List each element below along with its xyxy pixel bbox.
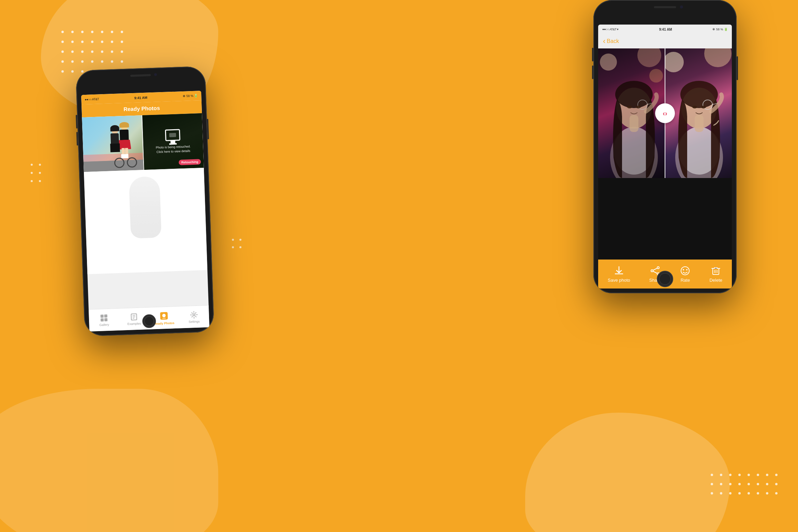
phone-left: ●●○○ AT&T 9:41 AM ✻ 58 % 🔋 Ready Photos (76, 66, 215, 337)
delete-label: Delete (709, 278, 722, 283)
photo-cell-bike[interactable] (82, 115, 143, 172)
photo-retouched-half (665, 48, 732, 178)
front-camera (154, 73, 157, 76)
svg-rect-1 (104, 314, 107, 317)
nav-examples-label: Examples (128, 322, 141, 325)
dot-grid-bottom-right (711, 474, 778, 494)
volume-down-button[interactable] (76, 132, 78, 146)
ready-photos-icon (159, 311, 169, 321)
status-bar-right: ●●○○ AT&T ▾ 9:41 AM ✻ 58 % 🔋 (598, 25, 732, 34)
svg-point-23 (636, 106, 641, 108)
save-photo-label: Save photo (608, 278, 630, 283)
comparison-handle[interactable]: ‹ › (655, 103, 675, 123)
nav-settings-label: Settings (189, 320, 200, 323)
examples-icon (130, 312, 138, 321)
photo-cell-retouching[interactable]: Photo is being retouched. Click here to … (142, 113, 204, 170)
svg-rect-3 (104, 318, 107, 321)
nav-gallery-label: Gallery (99, 323, 109, 326)
time-left: 9:41 AM (134, 95, 147, 100)
svg-point-42 (686, 269, 688, 270)
girl-portrait-retouched (665, 48, 732, 178)
svg-rect-0 (101, 314, 104, 317)
time-right: 9:41 AM (659, 28, 672, 31)
handle-right-arrow: › (665, 110, 667, 117)
carrier-left: ●●○○ AT&T (85, 98, 99, 101)
svg-point-24 (665, 52, 684, 72)
svg-line-39 (653, 271, 657, 273)
svg-point-33 (692, 106, 697, 108)
battery-right: ✻ 58 % 🔋 (712, 28, 728, 31)
svg-line-38 (653, 268, 657, 270)
front-camera-right (680, 5, 683, 9)
carrier-right: ●●○○ AT&T ▾ (602, 28, 619, 31)
svg-rect-2 (101, 318, 104, 321)
svg-point-25 (704, 48, 732, 67)
battery-left: ✻ 58 % 🔋 (183, 94, 198, 98)
volume-down-button-right[interactable] (592, 65, 593, 79)
svg-point-22 (627, 106, 632, 108)
phone-right-screen: ●●○○ AT&T ▾ 9:41 AM ✻ 58 % 🔋 ‹ Back (598, 25, 732, 289)
nav-ready-photos-label: Ready Photos (154, 321, 174, 325)
phone-left-screen: ●●○○ AT&T 9:41 AM ✻ 58 % 🔋 Ready Photos (81, 91, 209, 331)
svg-point-13 (637, 48, 661, 67)
svg-point-41 (683, 269, 684, 270)
svg-point-34 (701, 106, 706, 108)
power-button[interactable] (207, 119, 209, 139)
speaker (130, 74, 151, 77)
svg-point-12 (600, 54, 617, 71)
delete-button[interactable]: Delete (709, 266, 722, 283)
home-button-inner-left (144, 316, 154, 326)
gallery-icon (100, 313, 108, 322)
volume-up-button[interactable] (76, 115, 77, 129)
handle-left-arrow: ‹ (663, 110, 665, 117)
rate-label: Rate (681, 278, 690, 283)
svg-point-35 (657, 267, 659, 269)
back-button-area[interactable]: ‹ Back (598, 34, 732, 48)
dot-grid-left-mid (31, 164, 41, 182)
volume-up-button-right[interactable] (592, 48, 593, 61)
header-title: Ready Photos (123, 105, 160, 113)
save-photo-icon (614, 266, 624, 276)
home-button-inner-right (659, 273, 671, 285)
svg-point-36 (651, 270, 653, 272)
delete-icon (711, 266, 721, 276)
retouching-badge: Retouching (178, 159, 201, 165)
background-blob-3 (525, 413, 730, 532)
background-blob-2 (0, 389, 218, 532)
svg-point-11 (193, 314, 195, 316)
rate-icon (680, 266, 690, 276)
power-button-right[interactable] (737, 56, 738, 80)
rate-button[interactable]: Rate (680, 266, 690, 283)
photo-grid: Photo is being retouched. Click here to … (82, 113, 204, 172)
photo-comparison-view: ‹ › (598, 48, 732, 178)
svg-point-40 (681, 267, 689, 275)
back-chevron-icon: ‹ (603, 38, 605, 45)
phone-right: ●●○○ AT&T ▾ 9:41 AM ✻ 58 % 🔋 ‹ Back (593, 0, 737, 293)
svg-rect-10 (162, 318, 166, 319)
svg-point-14 (649, 69, 663, 83)
content-area (84, 168, 207, 274)
speaker-right (654, 6, 676, 8)
nav-gallery[interactable]: Gallery (89, 309, 119, 331)
back-label: Back (607, 38, 619, 44)
settings-icon (190, 310, 198, 319)
dot-grid-center (232, 239, 241, 248)
nav-settings[interactable]: Settings (179, 306, 209, 328)
home-button-right[interactable] (657, 271, 673, 287)
save-photo-button[interactable]: Save photo (608, 266, 630, 283)
